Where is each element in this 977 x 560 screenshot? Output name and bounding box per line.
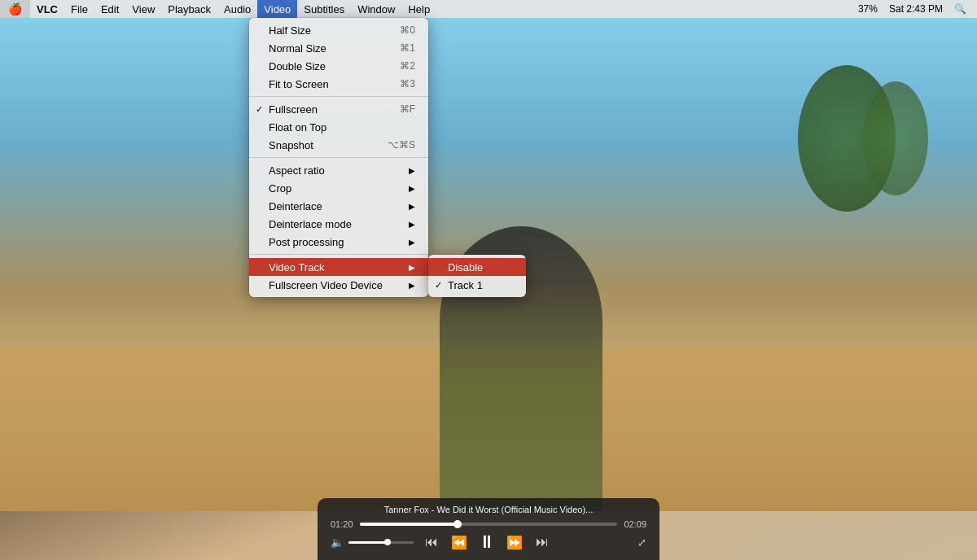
time-current: 01:20 — [331, 519, 353, 529]
view-menu[interactable]: View — [125, 0, 161, 18]
progress-thumb — [453, 520, 462, 528]
edit-menu[interactable]: Edit — [94, 0, 125, 18]
menu-item-fullscreen-video-device[interactable]: Fullscreen Video Device ▶ — [249, 276, 428, 294]
controls-row: 🔈 ⏮ ⏪ ⏸ ⏩ ⏭ ⤢ — [331, 532, 646, 552]
menu-item-snapshot[interactable]: Snapshot ⌥⌘S — [249, 136, 428, 154]
submenu-disable[interactable]: Disable — [428, 258, 526, 276]
volume-row: 🔈 — [331, 536, 414, 549]
battery-indicator: 37% — [854, 0, 882, 18]
help-menu[interactable]: Help — [401, 0, 436, 18]
track-title: Tanner Fox - We Did it Worst (Official M… — [331, 503, 646, 516]
menu-item-float-on-top[interactable]: Float on Top — [249, 118, 428, 136]
menu-item-deinterlace[interactable]: Deinterlace ▶ — [249, 197, 428, 215]
menu-item-fit-to-screen[interactable]: Fit to Screen ⌘3 — [249, 75, 428, 93]
menu-item-normal-size[interactable]: Normal Size ⌘1 — [249, 39, 428, 57]
fast-forward-button[interactable]: ⏩ — [505, 532, 524, 552]
progress-row: 01:20 02:09 — [331, 519, 646, 529]
menu-item-double-size[interactable]: Double Size ⌘2 — [249, 57, 428, 75]
window-menu[interactable]: Window — [351, 0, 401, 18]
submenu-track1[interactable]: ✓ Track 1 — [428, 276, 526, 294]
rewind-button[interactable]: ⏪ — [449, 532, 469, 552]
menu-item-video-track[interactable]: Video Track ▶ Disable ✓ Track 1 — [249, 258, 428, 276]
separator-3 — [249, 254, 428, 255]
menu-item-deinterlace-mode[interactable]: Deinterlace mode ▶ — [249, 215, 428, 233]
volume-bar[interactable] — [348, 541, 414, 544]
file-menu[interactable]: File — [64, 0, 94, 18]
skip-forward-button[interactable]: ⏭ — [532, 532, 552, 552]
menubar: 🍎 VLC File Edit View Playback Audio Vide… — [0, 0, 977, 18]
menu-item-fullscreen[interactable]: ✓ Fullscreen ⌘F — [249, 100, 428, 118]
vlc-menu[interactable]: VLC — [30, 0, 64, 18]
fullscreen-toggle-button[interactable]: ⤢ — [637, 536, 646, 549]
menu-item-half-size[interactable]: Half Size ⌘0 — [249, 21, 428, 39]
apple-menu[interactable]: 🍎 — [0, 0, 30, 18]
time-total: 02:09 — [624, 519, 646, 529]
volume-thumb — [384, 539, 391, 545]
video-menu-trigger[interactable]: Video — [257, 0, 297, 18]
progress-fill — [360, 523, 458, 526]
video-dropdown: Half Size ⌘0 Normal Size ⌘1 Double Size … — [249, 18, 428, 297]
clock: Sat 2:43 PM — [885, 0, 947, 18]
controls-bar: Tanner Fox - We Did it Worst (Official M… — [318, 498, 659, 560]
play-pause-button[interactable]: ⏸ — [477, 532, 497, 552]
menu-item-aspect-ratio[interactable]: Aspect ratio ▶ — [249, 161, 428, 179]
spotlight-icon[interactable]: 🔍 — [950, 0, 970, 18]
menu-item-post-processing[interactable]: Post processing ▶ — [249, 233, 428, 251]
separator-2 — [249, 157, 428, 158]
playback-menu[interactable]: Playback — [161, 0, 217, 18]
progress-bar[interactable] — [360, 523, 618, 526]
audio-menu[interactable]: Audio — [217, 0, 257, 18]
skip-back-button[interactable]: ⏮ — [422, 532, 441, 552]
volume-fill — [348, 541, 388, 544]
video-track-submenu: Disable ✓ Track 1 — [428, 255, 526, 297]
separator-1 — [249, 96, 428, 97]
subtitles-menu[interactable]: Subtitles — [297, 0, 351, 18]
volume-icon[interactable]: 🔈 — [331, 536, 344, 549]
menu-item-crop[interactable]: Crop ▶ — [249, 179, 428, 197]
